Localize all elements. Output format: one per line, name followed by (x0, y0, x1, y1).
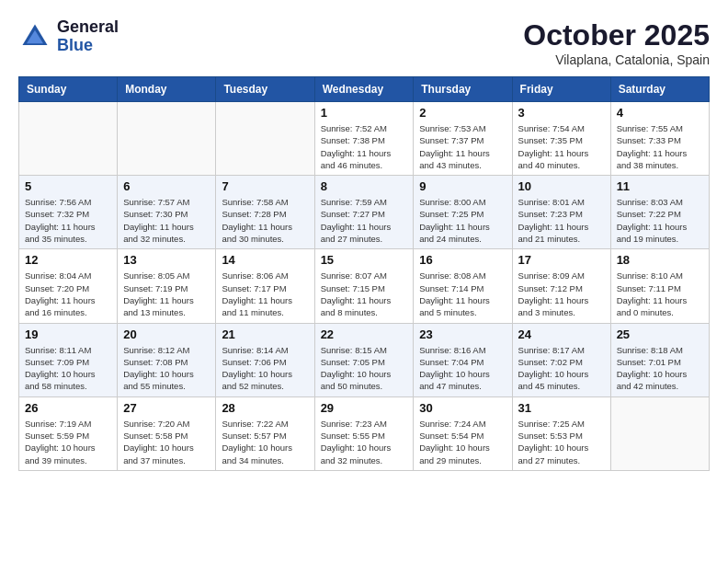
day-number: 10 (518, 179, 605, 193)
day-number: 25 (617, 327, 703, 341)
title-block: October 2025 Vilaplana, Catalonia, Spain (523, 18, 710, 67)
weekday-header: Wednesday (314, 77, 414, 102)
day-number: 5 (25, 179, 111, 193)
day-number: 18 (617, 253, 703, 267)
calendar-cell: 22Sunrise: 8:15 AMSunset: 7:05 PMDayligh… (314, 323, 414, 396)
day-info: Sunrise: 7:55 AMSunset: 7:33 PMDaylight:… (617, 122, 703, 171)
calendar-cell: 14Sunrise: 8:06 AMSunset: 7:17 PMDayligh… (216, 249, 314, 323)
calendar-cell (216, 102, 314, 176)
calendar-cell: 12Sunrise: 8:04 AMSunset: 7:20 PMDayligh… (19, 249, 118, 323)
day-info: Sunrise: 8:16 AMSunset: 7:04 PMDaylight:… (419, 344, 506, 393)
day-info: Sunrise: 8:00 AMSunset: 7:25 PMDaylight:… (419, 196, 506, 245)
day-info: Sunrise: 8:09 AMSunset: 7:12 PMDaylight:… (518, 270, 605, 318)
day-number: 7 (222, 179, 308, 193)
calendar-week-row: 26Sunrise: 7:19 AMSunset: 5:59 PMDayligh… (19, 396, 710, 470)
calendar-cell: 5Sunrise: 7:56 AMSunset: 7:32 PMDaylight… (19, 176, 118, 249)
calendar-cell: 24Sunrise: 8:17 AMSunset: 7:02 PMDayligh… (512, 323, 610, 396)
day-info: Sunrise: 8:14 AMSunset: 7:06 PMDaylight:… (222, 344, 308, 393)
day-info: Sunrise: 8:07 AMSunset: 7:15 PMDaylight:… (321, 270, 408, 318)
logo-text: General Blue (57, 18, 119, 55)
logo-icon (18, 20, 51, 53)
calendar-cell: 26Sunrise: 7:19 AMSunset: 5:59 PMDayligh… (19, 396, 118, 470)
day-info: Sunrise: 7:59 AMSunset: 7:27 PMDaylight:… (321, 196, 408, 245)
day-info: Sunrise: 7:57 AMSunset: 7:30 PMDaylight:… (123, 196, 210, 245)
calendar-cell: 15Sunrise: 8:07 AMSunset: 7:15 PMDayligh… (314, 249, 414, 323)
day-number: 31 (518, 401, 605, 415)
calendar-cell: 27Sunrise: 7:20 AMSunset: 5:58 PMDayligh… (118, 396, 216, 470)
day-number: 4 (617, 106, 703, 120)
weekday-header: Thursday (414, 77, 512, 102)
calendar-cell (19, 102, 118, 176)
weekday-header-row: SundayMondayTuesdayWednesdayThursdayFrid… (19, 77, 710, 102)
day-number: 9 (419, 179, 506, 193)
day-info: Sunrise: 7:22 AMSunset: 5:57 PMDaylight:… (222, 418, 308, 466)
weekday-header: Tuesday (216, 77, 314, 102)
day-number: 19 (25, 327, 111, 341)
day-info: Sunrise: 8:18 AMSunset: 7:01 PMDaylight:… (617, 344, 703, 393)
day-number: 16 (419, 253, 506, 267)
calendar-cell: 30Sunrise: 7:24 AMSunset: 5:54 PMDayligh… (414, 396, 512, 470)
day-number: 3 (518, 106, 605, 120)
day-number: 2 (419, 106, 506, 120)
day-info: Sunrise: 7:20 AMSunset: 5:58 PMDaylight:… (123, 418, 210, 466)
day-info: Sunrise: 8:01 AMSunset: 7:23 PMDaylight:… (518, 196, 605, 245)
calendar-cell: 2Sunrise: 7:53 AMSunset: 7:37 PMDaylight… (414, 102, 512, 176)
calendar-cell: 16Sunrise: 8:08 AMSunset: 7:14 PMDayligh… (414, 249, 512, 323)
day-info: Sunrise: 8:06 AMSunset: 7:17 PMDaylight:… (222, 270, 308, 318)
day-info: Sunrise: 7:58 AMSunset: 7:28 PMDaylight:… (222, 196, 308, 245)
day-number: 6 (123, 179, 210, 193)
calendar-week-row: 19Sunrise: 8:11 AMSunset: 7:09 PMDayligh… (19, 323, 710, 396)
calendar-cell: 13Sunrise: 8:05 AMSunset: 7:19 PMDayligh… (118, 249, 216, 323)
day-number: 20 (123, 327, 210, 341)
day-info: Sunrise: 8:10 AMSunset: 7:11 PMDaylight:… (617, 270, 703, 318)
day-info: Sunrise: 8:17 AMSunset: 7:02 PMDaylight:… (518, 344, 605, 393)
day-number: 15 (321, 253, 408, 267)
weekday-header: Saturday (610, 77, 709, 102)
day-info: Sunrise: 8:05 AMSunset: 7:19 PMDaylight:… (123, 270, 210, 318)
calendar-cell: 9Sunrise: 8:00 AMSunset: 7:25 PMDaylight… (414, 176, 512, 249)
weekday-header: Sunday (19, 77, 118, 102)
day-number: 21 (222, 327, 308, 341)
calendar-cell: 17Sunrise: 8:09 AMSunset: 7:12 PMDayligh… (512, 249, 610, 323)
location: Vilaplana, Catalonia, Spain (523, 52, 710, 67)
calendar-cell: 31Sunrise: 7:25 AMSunset: 5:53 PMDayligh… (512, 396, 610, 470)
day-number: 12 (25, 253, 111, 267)
day-number: 1 (321, 106, 408, 120)
day-number: 27 (123, 401, 210, 415)
calendar-cell: 10Sunrise: 8:01 AMSunset: 7:23 PMDayligh… (512, 176, 610, 249)
calendar-cell: 11Sunrise: 8:03 AMSunset: 7:22 PMDayligh… (610, 176, 709, 249)
day-info: Sunrise: 7:23 AMSunset: 5:55 PMDaylight:… (321, 418, 408, 466)
calendar-cell (610, 396, 709, 470)
calendar-cell: 20Sunrise: 8:12 AMSunset: 7:08 PMDayligh… (118, 323, 216, 396)
calendar-cell: 4Sunrise: 7:55 AMSunset: 7:33 PMDaylight… (610, 102, 709, 176)
day-number: 29 (321, 401, 408, 415)
calendar-cell: 28Sunrise: 7:22 AMSunset: 5:57 PMDayligh… (216, 396, 314, 470)
day-info: Sunrise: 8:08 AMSunset: 7:14 PMDaylight:… (419, 270, 506, 318)
day-number: 11 (617, 179, 703, 193)
day-info: Sunrise: 7:54 AMSunset: 7:35 PMDaylight:… (518, 122, 605, 171)
day-info: Sunrise: 8:11 AMSunset: 7:09 PMDaylight:… (25, 344, 111, 393)
day-info: Sunrise: 8:15 AMSunset: 7:05 PMDaylight:… (321, 344, 408, 393)
day-number: 30 (419, 401, 506, 415)
day-number: 13 (123, 253, 210, 267)
day-number: 28 (222, 401, 308, 415)
day-number: 17 (518, 253, 605, 267)
calendar-cell: 8Sunrise: 7:59 AMSunset: 7:27 PMDaylight… (314, 176, 414, 249)
day-info: Sunrise: 7:19 AMSunset: 5:59 PMDaylight:… (25, 418, 111, 466)
day-number: 14 (222, 253, 308, 267)
logo-general: General (57, 17, 119, 36)
calendar-week-row: 5Sunrise: 7:56 AMSunset: 7:32 PMDaylight… (19, 176, 710, 249)
day-info: Sunrise: 7:56 AMSunset: 7:32 PMDaylight:… (25, 196, 111, 245)
calendar-week-row: 1Sunrise: 7:52 AMSunset: 7:38 PMDaylight… (19, 102, 710, 176)
day-info: Sunrise: 8:12 AMSunset: 7:08 PMDaylight:… (123, 344, 210, 393)
day-number: 23 (419, 327, 506, 341)
day-number: 8 (321, 179, 408, 193)
day-info: Sunrise: 7:25 AMSunset: 5:53 PMDaylight:… (518, 418, 605, 466)
calendar-cell (118, 102, 216, 176)
day-info: Sunrise: 7:52 AMSunset: 7:38 PMDaylight:… (321, 122, 408, 171)
calendar-cell: 7Sunrise: 7:58 AMSunset: 7:28 PMDaylight… (216, 176, 314, 249)
calendar-week-row: 12Sunrise: 8:04 AMSunset: 7:20 PMDayligh… (19, 249, 710, 323)
day-number: 26 (25, 401, 111, 415)
calendar-cell: 18Sunrise: 8:10 AMSunset: 7:11 PMDayligh… (610, 249, 709, 323)
weekday-header: Friday (512, 77, 610, 102)
